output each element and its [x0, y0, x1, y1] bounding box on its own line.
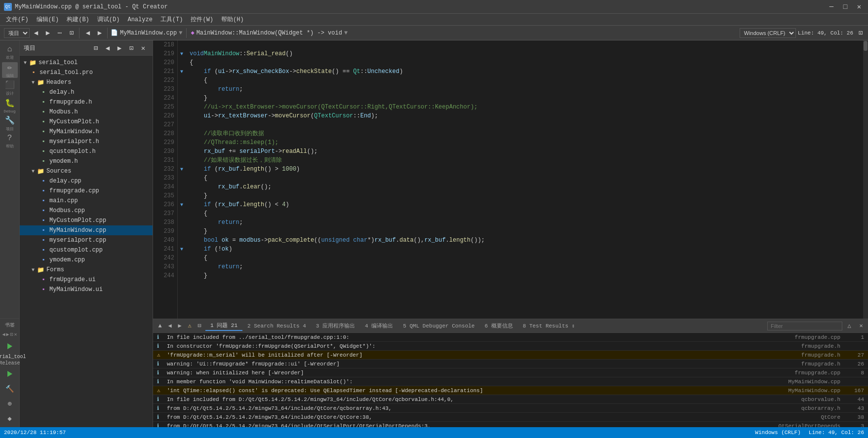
panel-close[interactable]: ✕ [856, 321, 866, 331]
editor-scrollbar[interactable] [863, 40, 868, 319]
tab-qml-debug[interactable]: 5 QML Debugger Console [398, 322, 479, 330]
bm-close[interactable]: ✕ [14, 331, 17, 337]
issue-10[interactable]: ℹ from D:/Qt/Qt5.14.2/5.14.2/mingw73_64/… [153, 422, 868, 427]
error-filter-btn[interactable]: ⊟ [195, 321, 204, 331]
code-content[interactable]: void MainWindow::Serial_read() { if (ui-… [186, 40, 863, 319]
debug-btn[interactable]: 🐛 Debug [2, 98, 18, 113]
bottom-up-btn[interactable]: ▲ [155, 321, 165, 331]
run-with-debug-btn[interactable] [3, 367, 17, 381]
tree-mycustomplot-h[interactable]: ▪ MyCustomPlot.h [20, 117, 153, 127]
bm-back[interactable]: ◀ [2, 331, 5, 337]
build-target-label[interactable]: Release [0, 361, 20, 366]
scroll-thumb[interactable] [864, 41, 868, 51]
filter-btn[interactable]: ⊟ [90, 42, 101, 53]
issue-2[interactable]: ⚠ 'frmUpgrade::m_serial' will be initial… [153, 351, 868, 360]
menu-controls[interactable]: 控件(W) [187, 14, 217, 25]
tab-test[interactable]: 8 Test Results ⇕ [518, 322, 580, 330]
tree-forms-folder[interactable]: ▼ 📁 Forms [20, 265, 153, 275]
tree-mymainwindow-cpp[interactable]: ▪ MyMainWindow.cpp [20, 225, 153, 235]
toolbar-options[interactable]: ⋯ [54, 28, 65, 38]
tree-qcustomplot-h[interactable]: ▪ qcustomplot.h [20, 146, 153, 156]
tree-frmupgrade-ui[interactable]: ▪ frmUpgrade.ui [20, 275, 153, 285]
tree-mycustomplot-cpp[interactable]: ▪ MyCustomPlot.cpp [20, 216, 153, 225]
tree-modbus-cpp[interactable]: ▪ Modbus.cpp [20, 206, 153, 216]
issues-filter[interactable] [767, 322, 842, 330]
tree-delay-h[interactable]: ▪ delay.h [20, 87, 153, 97]
warn-filter-btn[interactable]: ⚠ [185, 321, 195, 331]
tree-mymainwindow-ui[interactable]: ▪ MyMainWindow.ui [20, 285, 153, 294]
build-btn[interactable]: 🔨 [3, 382, 17, 396]
sidebar-lock[interactable]: ⊡ [126, 42, 137, 53]
menu-debug[interactable]: 调试(D) [93, 14, 124, 25]
bm-menu[interactable]: ⊡ [10, 331, 13, 337]
issue-7[interactable]: ℹ In file included from D:/Qt/Qt5.14.2/5… [153, 395, 868, 404]
bottom-nav-back[interactable]: ◀ [165, 321, 175, 331]
issue-3[interactable]: ℹ warning: 'Ui::frmUpgrade* frmUpgrade::… [153, 360, 868, 368]
nav-back-btn[interactable]: ◀ [82, 28, 93, 38]
sidebar-nav-back[interactable]: ◀ [102, 42, 113, 53]
fold-219[interactable]: ▼ [178, 49, 186, 58]
tree-delay-cpp[interactable]: ▪ delay.cpp [20, 176, 153, 186]
tree-headers-folder[interactable]: ▼ 📁 Headers [20, 77, 153, 87]
tree-ymodem-cpp[interactable]: ▪ ymodem.cpp [20, 255, 153, 265]
bottom-nav-fwd[interactable]: ▶ [175, 321, 185, 331]
bookmarks-label[interactable]: 书签 [4, 321, 16, 329]
line-ending-selector[interactable]: Windows (CRLF) [740, 28, 796, 38]
toolbar-lock[interactable]: ⊡ [66, 28, 77, 38]
expand-btn[interactable]: ⊡ [855, 28, 866, 38]
menu-build[interactable]: 构建(B) [63, 14, 93, 25]
tree-frmupgrade-h[interactable]: ▪ frmupgrade.h [20, 97, 153, 107]
project-selector[interactable]: 项目 [4, 28, 30, 38]
sidebar-close[interactable]: ✕ [138, 42, 149, 53]
fold-232[interactable]: ▼ [178, 165, 186, 174]
menu-tools[interactable]: 工具(T) [157, 14, 187, 25]
code-view[interactable]: 218 219 220 221 222 223 224 225 226 227 … [153, 40, 868, 319]
issue-8[interactable]: ℹ from D:/Qt/Qt5.14.2/5.14.2/mingw73_64/… [153, 404, 868, 413]
tree-ymodem-h[interactable]: ▪ ymodem.h [20, 156, 153, 166]
design-btn[interactable]: ⬛ 设计 [2, 80, 18, 96]
issue-5[interactable]: ℹ In member function 'void MainWindow::r… [153, 377, 868, 386]
toolbar-nav-back[interactable]: ◀ [31, 28, 41, 38]
run-target-label[interactable]: serial_tool [0, 354, 26, 360]
more-btn[interactable]: ⊕ [3, 397, 17, 410]
tab-issues[interactable]: 1 问题 21 [205, 321, 242, 331]
tree-main-cpp[interactable]: ▪ main.cpp [20, 196, 153, 206]
issue-1[interactable]: ℹ In constructor 'frmUpgrade::frmUpgrade… [153, 342, 868, 351]
edit-btn[interactable]: ✏ 编辑 [2, 62, 18, 78]
help-btn[interactable]: ? 帮助 [2, 133, 18, 149]
menu-file[interactable]: 文件(F) [2, 14, 33, 25]
tree-qcustomplot-cpp[interactable]: ▪ qcustomplot.cpp [20, 245, 153, 255]
maximize-button[interactable]: □ [840, 2, 850, 12]
tree-modbus-h[interactable]: ▪ Modbus.h [20, 107, 153, 117]
tree-frmupgrade-cpp[interactable]: ▪ frmupgrade.cpp [20, 186, 153, 196]
panel-maximize[interactable]: △ [844, 321, 854, 331]
fold-221[interactable]: ▼ [178, 67, 186, 76]
issue-4[interactable]: ℹ warning: when initialized here [-Wreor… [153, 368, 868, 377]
tree-myserialport-cpp[interactable]: ▪ myserialport.cpp [20, 235, 153, 245]
sidebar-nav-fwd[interactable]: ▶ [114, 42, 125, 53]
issue-9[interactable]: ℹ from D:/Qt/Qt5.14.2/5.14.2/mingw73_64/… [153, 413, 868, 422]
tab-app-output[interactable]: 3 应用程序输出 [311, 321, 360, 330]
bm-fwd[interactable]: ▶ [6, 331, 9, 337]
fold-241[interactable]: ▼ [178, 245, 186, 254]
fold-236[interactable]: ▼ [178, 200, 186, 209]
menu-help[interactable]: 帮助(H) [217, 14, 248, 25]
project-btn[interactable]: 🔧 项目 [2, 115, 18, 131]
toolbar-nav-fwd[interactable]: ▶ [42, 28, 53, 38]
status-line-ending[interactable]: Windows (CRLF) [755, 430, 800, 436]
tab-search[interactable]: 2 Search Results 4 [242, 322, 311, 330]
nav-fwd-btn[interactable]: ▶ [94, 28, 105, 38]
tree-mymainwindow-h[interactable]: ▪ MyMainWindow.h [20, 127, 153, 137]
settings-btn2[interactable]: ◆ [3, 411, 17, 425]
close-button[interactable]: ✕ [854, 2, 864, 12]
tree-sources-folder[interactable]: ▼ 📁 Sources [20, 166, 153, 176]
tab-build-output[interactable]: 4 编译输出 [360, 321, 398, 330]
tree-myserialport-h[interactable]: ▪ myserialport.h [20, 137, 153, 146]
run-btn[interactable] [3, 339, 17, 353]
menu-edit[interactable]: 编辑(E) [33, 14, 63, 25]
tree-project-root[interactable]: ▼ 📁 serial_tool [20, 58, 153, 68]
menu-analyze[interactable]: Analyze [123, 15, 156, 24]
welcome-btn[interactable]: ⌂ 欢迎 [2, 44, 18, 60]
active-file-name[interactable]: MyMainWindow.cpp [120, 30, 177, 36]
issue-6[interactable]: ⚠ 'int QTime::elapsed() const' is deprec… [153, 386, 868, 395]
